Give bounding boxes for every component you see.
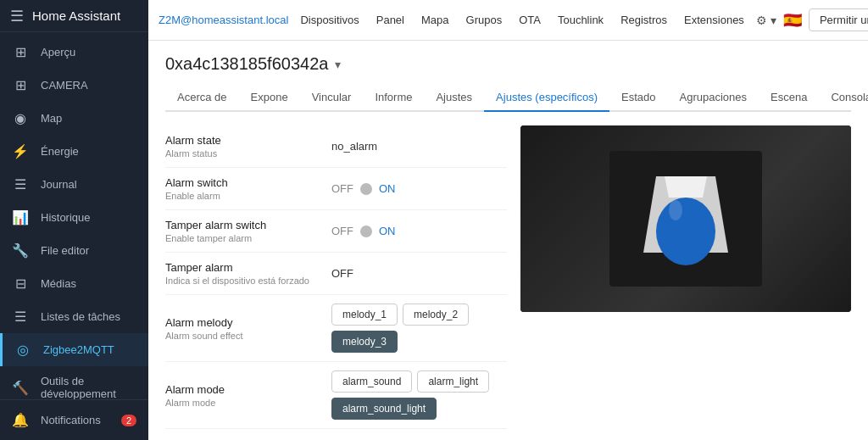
alarm-switch-sublabel: Enable alarm: [165, 191, 318, 201]
alarm-switch-off-label: OFF: [331, 182, 353, 195]
sidebar-item-outils[interactable]: 🔨 Outils de développement: [0, 366, 148, 399]
media-icon: ⊟: [12, 276, 29, 292]
nav-panel[interactable]: Panel: [371, 10, 409, 30]
sidebar-item-label: Zigbee2MQTT: [43, 343, 114, 356]
energy-icon: ⚡: [12, 143, 29, 159]
tab-escena[interactable]: Escena: [759, 84, 819, 112]
alarm-switch-dot[interactable]: [360, 183, 372, 195]
alarm-switch-row: Alarm switch Enable alarm OFF ON: [165, 168, 507, 210]
tab-ajustes[interactable]: Ajustes: [424, 84, 484, 112]
melody1-button[interactable]: melody_1: [331, 304, 398, 326]
sidebar-bottom: 🔔 Notifications 2: [0, 399, 148, 440]
sidebar-item-journal[interactable]: ☰ Journal: [0, 168, 148, 201]
alarm-melody-group: melody_1 melody_2 melody_3: [331, 304, 507, 353]
alarm-sound-button[interactable]: alarm_sound: [331, 370, 412, 393]
alarm-melody-row: Alarm melody Alarm sound effect melody_1…: [165, 295, 507, 362]
sidebar-item-label: Historique: [41, 211, 91, 224]
device-chevron-icon[interactable]: ▾: [335, 58, 341, 71]
svg-marker-3: [665, 176, 707, 198]
sidebar-item-medias[interactable]: ⊟ Médias: [0, 267, 148, 300]
melody3-button[interactable]: melody_3: [331, 331, 398, 353]
grid-icon: ⊞: [12, 44, 29, 60]
flag-icon[interactable]: 🇪🇸: [783, 11, 802, 30]
sidebar-item-camera[interactable]: ⊞ CAMERA: [0, 69, 148, 102]
main-content: Z2M@homeassistant.local Dispositivos Pan…: [148, 0, 868, 440]
topbar: Z2M@homeassistant.local Dispositivos Pan…: [148, 0, 868, 41]
device-image-inner: [520, 125, 851, 312]
gear-chevron-icon: ▾: [771, 14, 776, 27]
sidebar-item-file-editor[interactable]: 🔧 File editor: [0, 234, 148, 267]
alarm-mode-label: Alarm mode: [165, 383, 318, 396]
sidebar-item-apercu[interactable]: ⊞ Aperçu: [0, 36, 148, 69]
sidebar-item-label: Notifications: [41, 414, 101, 426]
sidebar-item-label: Outils de développement: [41, 375, 136, 399]
tamper-switch-label: Tamper alarm switch: [165, 219, 318, 231]
dev-icon: 🔨: [12, 380, 29, 396]
sidebar-nav: ⊞ Aperçu ⊞ CAMERA ◉ Map ⚡ Énergie ☰ Jour…: [0, 32, 148, 399]
sidebar-item-historique[interactable]: 📊 Historique: [0, 201, 148, 234]
map-icon: ◉: [12, 110, 29, 126]
nav-mapa[interactable]: Mapa: [416, 10, 454, 30]
journal-icon: ☰: [12, 176, 29, 192]
gear-icon: ⚙: [756, 14, 767, 27]
melody2-button[interactable]: melody_2: [403, 304, 469, 326]
device-id: 0xa4c138185f60342a: [165, 54, 328, 74]
tamper-switch-toggle[interactable]: OFF ON: [331, 225, 396, 237]
sidebar-item-label: CAMERA: [41, 79, 88, 92]
tab-agrupaciones[interactable]: Agrupaciones: [668, 84, 760, 112]
sidebar-item-label: Map: [41, 112, 62, 125]
tab-ajustes-especificos[interactable]: Ajustes (específicos): [484, 84, 609, 112]
controls-panel: Alarm state Alarm status no_alarm Alarm …: [165, 125, 507, 440]
tab-expone[interactable]: Expone: [239, 84, 300, 112]
tamper-switch-on-label: ON: [379, 225, 396, 237]
alarm-mode-group: alarm_sound alarm_light alarm_sound_ligh…: [331, 370, 507, 420]
alarm-state-value: no_alarm: [331, 140, 377, 153]
nav-ota[interactable]: OTA: [514, 10, 546, 30]
list-icon: ☰: [12, 309, 29, 325]
sidebar-item-label: Médias: [41, 277, 76, 290]
page-content: 0xa4c138185f60342a ▾ Acerca de Expone Vi…: [148, 41, 868, 440]
alarm-sound-light-button[interactable]: alarm_sound_light: [331, 398, 437, 420]
tamper-alarm-sublabel: Indica si el dispositivo está forzado: [165, 276, 318, 286]
sidebar-item-map[interactable]: ◉ Map: [0, 102, 148, 135]
tab-consola[interactable]: Consola de desarrollo: [819, 84, 868, 112]
z2m-link[interactable]: Z2M@homeassistant.local: [159, 14, 288, 26]
alarm-time-row: Alarm time Alarm duration in minutes 50 …: [165, 429, 507, 440]
alarm-state-sublabel: Alarm status: [165, 148, 318, 159]
nav-extensiones[interactable]: Extensiones: [679, 10, 749, 30]
tab-acerca[interactable]: Acerca de: [165, 84, 239, 112]
join-coordinator-button[interactable]: Permitir unirse (Coordinator): [809, 8, 868, 31]
tab-informe[interactable]: Informe: [363, 84, 424, 112]
zigbee-icon: ◎: [14, 342, 31, 358]
nav-touchlink[interactable]: Touchlink: [553, 10, 609, 30]
tamper-switch-sublabel: Enable tamper alarm: [165, 233, 318, 243]
sidebar-item-listes[interactable]: ☰ Listes de tâches: [0, 300, 148, 333]
tab-estado[interactable]: Estado: [609, 84, 667, 112]
nav-dispositivos[interactable]: Dispositivos: [295, 10, 364, 30]
sidebar-item-energie[interactable]: ⚡ Énergie: [0, 135, 148, 168]
grid2-icon: ⊞: [12, 77, 29, 93]
tab-vincular[interactable]: Vincular: [300, 84, 364, 112]
alarm-light-button[interactable]: alarm_light: [417, 370, 489, 393]
tamper-switch-dot[interactable]: [360, 226, 372, 237]
tamper-switch-off-label: OFF: [331, 225, 353, 237]
sidebar-item-label: Listes de tâches: [41, 310, 120, 323]
settings-gear[interactable]: ⚙ ▾: [756, 14, 776, 27]
nav-registros[interactable]: Registros: [615, 10, 672, 30]
svg-point-4: [669, 200, 682, 220]
nav-grupos[interactable]: Grupos: [461, 10, 508, 30]
svg-point-2: [656, 198, 715, 265]
alarm-melody-label: Alarm melody: [165, 316, 318, 329]
menu-icon[interactable]: ☰: [10, 7, 24, 25]
notifications-badge: 2: [121, 415, 136, 426]
device-tabs: Acerca de Expone Vincular Informe Ajuste…: [165, 84, 851, 112]
alarm-switch-toggle[interactable]: OFF ON: [331, 182, 396, 195]
sidebar-item-notifications[interactable]: 🔔 Notifications 2: [0, 404, 148, 437]
tamper-switch-row: Tamper alarm switch Enable tamper alarm …: [165, 210, 507, 253]
sidebar-item-label: File editor: [41, 244, 89, 257]
app-title: Home Assistant: [32, 8, 120, 23]
alarm-melody-sublabel: Alarm sound effect: [165, 331, 318, 341]
sidebar-item-label: Aperçu: [41, 46, 75, 58]
siren-svg: [609, 151, 762, 287]
sidebar-item-zigbee2mqtt[interactable]: ◎ Zigbee2MQTT: [0, 333, 148, 366]
